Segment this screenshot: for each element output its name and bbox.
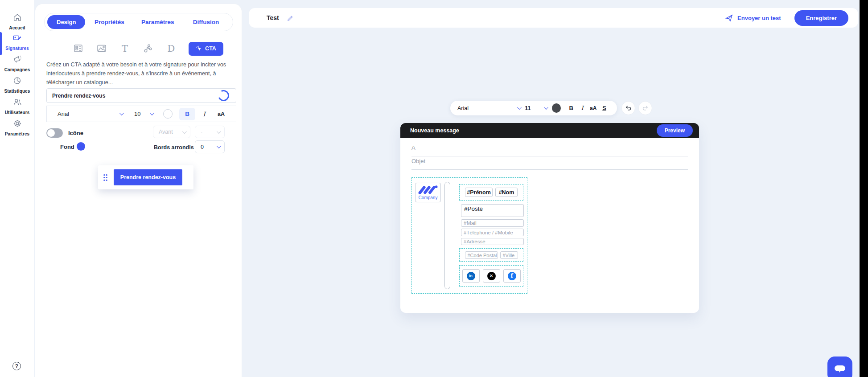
company-logo-block[interactable]: Company bbox=[415, 183, 441, 202]
postal-row-selection[interactable]: #Code Postal #Ville bbox=[459, 248, 523, 262]
cta-preview-button[interactable]: Prendre rendez-vous bbox=[114, 169, 182, 185]
case-label: aA bbox=[218, 111, 225, 117]
email-to-field[interactable]: A bbox=[411, 144, 688, 156]
text-icon-glyph: T bbox=[122, 43, 128, 54]
undo-button[interactable] bbox=[621, 101, 635, 115]
cta-preview-card: Prendre rendez-vous bbox=[98, 165, 193, 189]
sidebar-item-parametres[interactable]: Paramètres bbox=[0, 119, 34, 139]
background-color-picker[interactable] bbox=[77, 142, 85, 151]
postal-code-field[interactable]: #Code Postal bbox=[465, 251, 498, 259]
paper-plane-icon bbox=[725, 14, 733, 22]
chat-bubble-icon bbox=[833, 362, 847, 376]
signature-title: Test bbox=[267, 14, 279, 21]
chevron-down-icon bbox=[119, 111, 124, 115]
bold-button[interactable]: B bbox=[179, 108, 195, 120]
x-button[interactable]: ✕ bbox=[483, 269, 500, 283]
border-radius-select[interactable]: 0 bbox=[195, 140, 225, 153]
linkedin-button[interactable]: in bbox=[462, 269, 480, 283]
toggle-knob bbox=[47, 129, 55, 137]
social-row-selection[interactable]: in ✕ f bbox=[459, 265, 523, 287]
case-button[interactable]: aA bbox=[212, 111, 230, 117]
social-icon[interactable] bbox=[142, 43, 154, 54]
app-root: Accueil Signatures Campagnes Statistique… bbox=[0, 0, 868, 377]
sidebar-item-utilisateurs[interactable]: Utilisateurs bbox=[0, 97, 34, 118]
icon-position-select[interactable]: Avant bbox=[153, 126, 190, 138]
facebook-button[interactable]: f bbox=[503, 269, 521, 283]
company-logo-text: Company bbox=[419, 195, 438, 200]
chevron-down-icon bbox=[544, 105, 548, 110]
preview-button[interactable]: Preview bbox=[657, 124, 693, 137]
email-font-family-select[interactable]: Arial bbox=[457, 105, 520, 111]
firstname-field[interactable]: #Prénom bbox=[465, 188, 493, 197]
chat-widget-button[interactable] bbox=[827, 357, 852, 377]
phone-field[interactable]: #Téléphone / #Mobile bbox=[461, 229, 524, 236]
email-subject-label: Objet bbox=[411, 158, 425, 164]
drag-handle[interactable] bbox=[103, 174, 108, 181]
border-radius-value: 0 bbox=[201, 144, 204, 150]
tab-parametres[interactable]: Paramètres bbox=[134, 19, 182, 25]
text-color-picker[interactable] bbox=[157, 109, 178, 119]
edit-title-button[interactable] bbox=[287, 14, 294, 22]
send-test-label: Envoyer un test bbox=[737, 15, 781, 21]
email-underline-button[interactable]: S bbox=[599, 105, 610, 111]
divider-icon-glyph: D bbox=[168, 43, 175, 54]
redo-button[interactable] bbox=[638, 101, 652, 115]
color-swatch-circle bbox=[163, 109, 173, 119]
icon-spacing-select[interactable]: - bbox=[195, 126, 225, 138]
email-bold-button[interactable]: B bbox=[566, 105, 577, 111]
sidebar-item-label: Statistiques bbox=[4, 89, 30, 94]
font-size-value: 10 bbox=[134, 111, 140, 117]
tab-diffusion-label: Diffusion bbox=[193, 19, 219, 25]
help-label: ? bbox=[15, 363, 18, 369]
save-button[interactable]: Enregistrer bbox=[794, 10, 848, 26]
divider-icon[interactable]: D bbox=[165, 43, 177, 54]
sidebar-item-label: Accueil bbox=[9, 25, 25, 30]
help-button[interactable]: ? bbox=[12, 362, 21, 370]
cta-text-input[interactable] bbox=[46, 88, 236, 103]
sidebar-item-label: Paramètres bbox=[5, 131, 29, 136]
redo-icon bbox=[642, 105, 649, 111]
email-case-button[interactable]: aA bbox=[588, 105, 599, 111]
italic-button[interactable]: I bbox=[197, 111, 212, 118]
city-field[interactable]: #Ville bbox=[500, 251, 518, 259]
email-subject-field[interactable]: Objet bbox=[411, 158, 688, 170]
facebook-icon: f bbox=[508, 272, 516, 280]
font-family-select[interactable]: Arial bbox=[47, 111, 128, 117]
email-font-size-select[interactable]: 11 bbox=[525, 105, 547, 111]
signature-canvas[interactable]: Company #Prénom #Nom #Poste #Mail #Télép… bbox=[411, 177, 527, 294]
icone-label: Icône bbox=[68, 130, 83, 136]
tab-proprietes[interactable]: Propriétés bbox=[85, 19, 133, 25]
tab-proprietes-label: Propriétés bbox=[95, 19, 124, 25]
font-size-select[interactable]: 10 bbox=[128, 111, 157, 117]
linkedin-icon: in bbox=[467, 272, 475, 280]
tab-design[interactable]: Design bbox=[47, 15, 85, 29]
sidebar-item-statistiques[interactable]: Statistiques bbox=[0, 76, 34, 96]
email-font-family-value: Arial bbox=[457, 105, 469, 111]
lastname-field[interactable]: #Nom bbox=[495, 188, 518, 197]
email-preview-window: Nouveau message Preview A Objet Company … bbox=[400, 123, 699, 313]
sidebar-item-campagnes[interactable]: Campagnes bbox=[0, 54, 34, 75]
name-row-selection[interactable]: #Prénom #Nom bbox=[459, 184, 523, 201]
pencil-icon bbox=[287, 14, 294, 22]
sidebar-item-accueil[interactable]: Accueil bbox=[0, 12, 34, 33]
send-test-button[interactable]: Envoyer un test bbox=[725, 14, 781, 22]
signature-vertical-divider[interactable] bbox=[444, 182, 450, 289]
tab-diffusion[interactable]: Diffusion bbox=[182, 19, 230, 25]
template-icon[interactable] bbox=[73, 43, 84, 54]
position-field[interactable]: #Poste bbox=[461, 204, 524, 217]
email-text-color-picker[interactable] bbox=[552, 103, 561, 113]
megaphone-icon bbox=[12, 54, 22, 64]
sidebar-item-signatures[interactable]: Signatures bbox=[0, 33, 34, 53]
cta-tab-button[interactable]: CTA bbox=[189, 42, 223, 56]
email-window-title: Nouveau message bbox=[410, 127, 459, 134]
home-icon bbox=[12, 12, 22, 22]
text-icon[interactable]: T bbox=[119, 43, 131, 54]
icone-toggle[interactable] bbox=[46, 128, 63, 138]
email-italic-button[interactable]: I bbox=[577, 105, 588, 111]
email-window-header: Nouveau message Preview bbox=[400, 123, 699, 138]
address-field[interactable]: #Adresse bbox=[461, 238, 524, 245]
email-to-label: A bbox=[411, 144, 415, 151]
sidebar: Accueil Signatures Campagnes Statistique… bbox=[0, 0, 34, 377]
mail-field[interactable]: #Mail bbox=[461, 219, 524, 227]
image-icon[interactable] bbox=[96, 43, 107, 54]
